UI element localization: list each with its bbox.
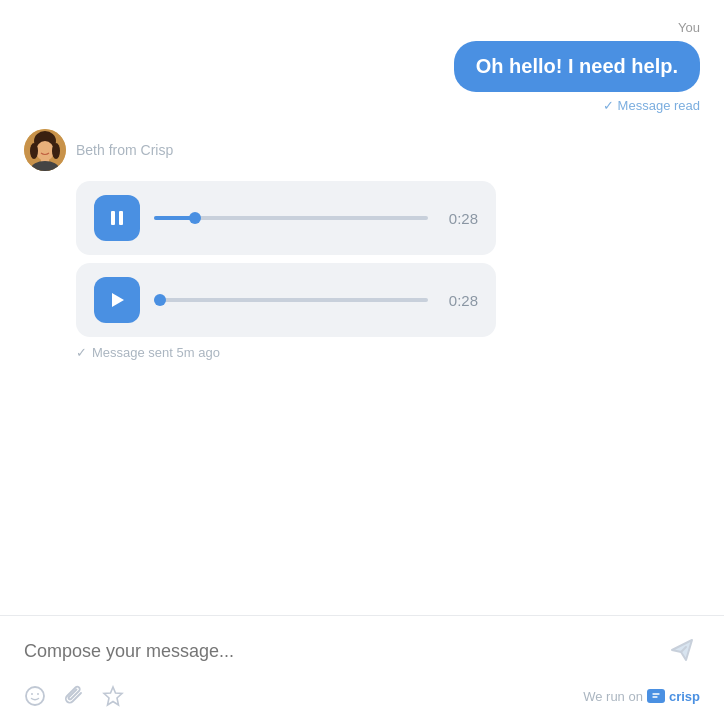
message-sent-status: ✓ Message sent 5m ago <box>24 345 220 360</box>
svg-point-4 <box>52 143 60 159</box>
crisp-chat-icon <box>647 689 665 703</box>
message-sent-label: Message sent 5m ago <box>92 345 220 360</box>
svg-marker-9 <box>112 293 124 307</box>
play-button[interactable] <box>94 277 140 323</box>
svg-point-3 <box>30 143 38 159</box>
svg-rect-7 <box>111 211 115 225</box>
send-button[interactable] <box>664 632 700 671</box>
audio-progress-paused <box>154 298 428 302</box>
chat-area: You Oh hello! I need help. ✓ Message rea… <box>0 0 724 603</box>
compose-area: We run on crisp <box>0 616 724 717</box>
compose-input-row <box>24 632 700 671</box>
audio-cards-container: 0:28 0:28 <box>24 181 496 337</box>
outgoing-bubble: Oh hello! I need help. <box>454 41 700 92</box>
audio-progress-playing <box>154 216 428 220</box>
audio-card-paused: 0:28 <box>76 263 496 337</box>
crisp-logo: crisp <box>647 689 700 704</box>
svg-point-12 <box>37 693 39 695</box>
emoji-button[interactable] <box>24 685 46 707</box>
svg-marker-13 <box>104 687 122 705</box>
powered-by-label: We run on <box>583 689 643 704</box>
sent-checkmark-icon: ✓ <box>76 345 87 360</box>
toolbar-icons <box>24 685 124 707</box>
attach-button[interactable] <box>64 685 84 707</box>
progress-track-paused[interactable] <box>154 298 428 302</box>
audio-time-paused: 0:28 <box>442 292 478 309</box>
progress-dot-playing <box>189 212 201 224</box>
svg-point-10 <box>26 687 44 705</box>
incoming-sender-name: Beth from Crisp <box>76 142 173 158</box>
progress-dot-paused <box>154 294 166 306</box>
audio-card-playing: 0:28 <box>76 181 496 255</box>
svg-point-11 <box>31 693 33 695</box>
svg-rect-8 <box>119 211 123 225</box>
avatar <box>24 129 66 171</box>
powered-by: We run on crisp <box>583 689 700 704</box>
read-checkmark-icon: ✓ <box>603 98 614 113</box>
pause-button[interactable] <box>94 195 140 241</box>
incoming-header: Beth from Crisp <box>24 129 173 171</box>
progress-track-playing[interactable] <box>154 216 428 220</box>
message-read-label: Message read <box>618 98 700 113</box>
outgoing-message-wrapper: You Oh hello! I need help. ✓ Message rea… <box>24 20 700 113</box>
audio-time-playing: 0:28 <box>442 210 478 227</box>
incoming-message-wrapper: Beth from Crisp 0:28 <box>24 129 700 360</box>
svg-rect-14 <box>650 691 662 701</box>
sender-you-label: You <box>678 20 700 35</box>
message-read-status: ✓ Message read <box>603 98 700 113</box>
compose-toolbar: We run on crisp <box>24 685 700 707</box>
crisp-brand-label: crisp <box>669 689 700 704</box>
star-button[interactable] <box>102 685 124 707</box>
compose-input[interactable] <box>24 641 664 662</box>
